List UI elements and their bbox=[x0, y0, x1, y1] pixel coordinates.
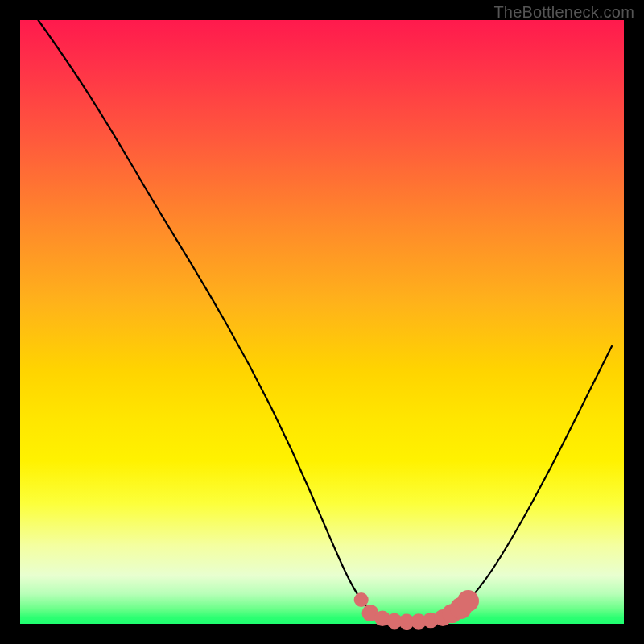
curve-svg bbox=[20, 20, 624, 624]
bottleneck-curve bbox=[39, 20, 613, 621]
valley-marker bbox=[457, 590, 479, 612]
plot-area bbox=[20, 20, 624, 624]
valley-marker bbox=[354, 592, 369, 607]
watermark-text: TheBottleneck.com bbox=[493, 3, 634, 22]
marker-group bbox=[354, 590, 479, 630]
chart-container: TheBottleneck.com bbox=[0, 0, 644, 644]
